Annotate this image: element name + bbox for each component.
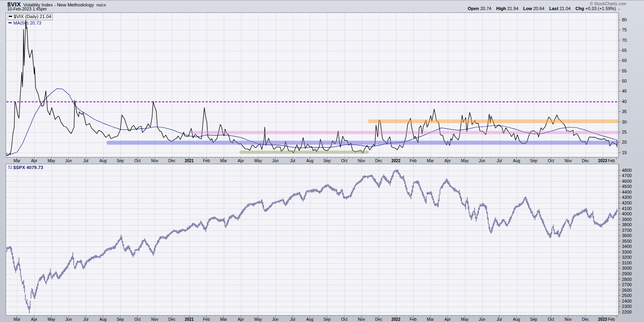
y-tick-label: 30 [622, 120, 627, 124]
month-label: Mar [13, 159, 21, 163]
month-label: Dec [582, 317, 589, 322]
month-label: Apr [444, 317, 451, 322]
stockcharts-page: $VIXVolatility Index - New MethodologyIN… [0, 0, 644, 322]
month-label: Jun [479, 159, 485, 163]
major-ticks [619, 20, 621, 153]
chg-value: +0.33 (+1.59%) [585, 6, 616, 11]
y-tick-label: 2900 [622, 271, 632, 276]
month-label: Jun [272, 317, 279, 322]
month-label: Oct [341, 317, 347, 322]
month-label: Dec [168, 159, 175, 163]
month-label: 2023 [598, 317, 607, 322]
month-ticks [17, 158, 617, 159]
y-tick-label: 4000 [622, 211, 632, 216]
month-label: Dec [375, 159, 382, 163]
spx-y-axis: 2200230024002500260027002800290030003100… [619, 164, 644, 316]
spx-chart-panel[interactable] [6, 164, 619, 316]
minor-ticks [619, 165, 620, 314]
y-tick-label: 3700 [622, 228, 632, 233]
month-label: Aug [99, 317, 107, 322]
low-label: Low [523, 6, 532, 11]
x-axis-middle: MarAprMayJunJulAugSepOctNovDec2021FebMar… [6, 158, 619, 163]
vix-legend-label: $VIX (Daily) 21.04 [14, 14, 51, 19]
month-label: 2022 [391, 317, 400, 322]
month-label: Nov [358, 317, 365, 322]
month-label: Jul [83, 159, 89, 163]
y-tick-label: 3800 [622, 222, 632, 227]
vix-chart-panel[interactable] [6, 12, 619, 157]
month-label: 2022 [391, 159, 400, 163]
spx-plot [6, 164, 618, 315]
y-tick-label: 3900 [622, 217, 632, 222]
vix-line-swatch [9, 16, 12, 17]
y-tick-label: 55 [622, 68, 627, 73]
month-label: Nov [565, 317, 572, 322]
y-tick-label: 2300 [622, 304, 632, 309]
y-tick-label: 25 [622, 130, 627, 134]
month-label: Jun [65, 317, 72, 322]
month-label: 2023 [598, 159, 607, 163]
legend-item-ma50[interactable]: MA(50) 20.73 [8, 21, 53, 26]
last-label: Last [549, 6, 559, 11]
month-label: Aug [513, 159, 520, 163]
month-label: Feb [410, 159, 417, 163]
month-label: Apr [31, 317, 37, 322]
chg-label: Chg [576, 6, 584, 11]
updown-arrows-icon [8, 165, 12, 169]
month-label: Feb [608, 317, 615, 322]
month-label: Aug [99, 159, 107, 163]
legend-item-vix[interactable]: $VIX (Daily) 21.04 [8, 14, 53, 20]
y-tick-label: 2200 [622, 310, 632, 314]
y-tick-label: 45 [622, 89, 627, 93]
y-tick-label: 80 [622, 17, 627, 22]
month-label: Jun [65, 159, 72, 163]
month-label: Sep [117, 317, 124, 322]
y-tick-label: 40 [622, 99, 627, 104]
month-label: May [47, 159, 55, 163]
month-label: Oct [134, 317, 141, 322]
y-tick-label: 2700 [622, 282, 632, 287]
ma50-legend-label: MA(50) 20.73 [13, 21, 41, 25]
month-label: Oct [341, 159, 347, 163]
y-tick-label: 2400 [622, 299, 632, 303]
week-ticks [21, 158, 616, 159]
y-tick-label: 4500 [622, 184, 632, 189]
month-label: Feb [608, 159, 615, 163]
month-label: Oct [548, 159, 554, 163]
low-value: 20.64 [533, 6, 545, 11]
month-label: Mar [220, 159, 227, 163]
month-label: Mar [427, 317, 434, 322]
month-label: Feb [410, 317, 417, 322]
month-label: Oct [134, 159, 141, 163]
month-label: Mar [427, 159, 434, 163]
spx-ohlc-bars [7, 169, 617, 313]
y-tick-label: 4700 [622, 173, 632, 178]
month-label: Sep [324, 317, 331, 322]
month-ticks [17, 316, 617, 318]
ma50-line-swatch [8, 22, 12, 23]
month-label: May [254, 317, 262, 322]
y-tick-label: 35 [622, 109, 627, 114]
y-tick-label: 4800 [622, 168, 632, 173]
y-tick-label: 4300 [622, 195, 632, 200]
month-label: Nov [151, 317, 159, 322]
month-label: Dec [375, 317, 382, 322]
spx-label-row[interactable]: $SPX 4079.73 [8, 165, 43, 170]
yaxis-spx-labels: 2200230024002500260027002800290030003100… [619, 164, 644, 316]
stockcharts-credit: © StockCharts.com [590, 1, 626, 6]
y-tick-label: 3200 [622, 255, 632, 260]
vix-legend: $VIX (Daily) 21.04 MA(50) 20.73 [8, 14, 53, 26]
month-label: May [461, 317, 469, 322]
month-label: Apr [444, 159, 451, 163]
month-label: Feb [203, 159, 210, 163]
month-label: Apr [238, 159, 244, 163]
xaxis-bot-labels: MarAprMayJunJulAugSepOctNovDec2021FebMar… [6, 316, 619, 322]
high-label: High [496, 6, 506, 11]
major-ticks [619, 170, 621, 312]
month-label: Mar [13, 317, 21, 322]
vix-plot [6, 13, 618, 157]
vix-y-axis: 1520253035404550556065707580 [619, 12, 644, 157]
month-label: May [461, 159, 469, 163]
chart-datetime: 10-Feb-2023 1:45pm [7, 6, 47, 11]
month-label: Aug [306, 159, 314, 163]
